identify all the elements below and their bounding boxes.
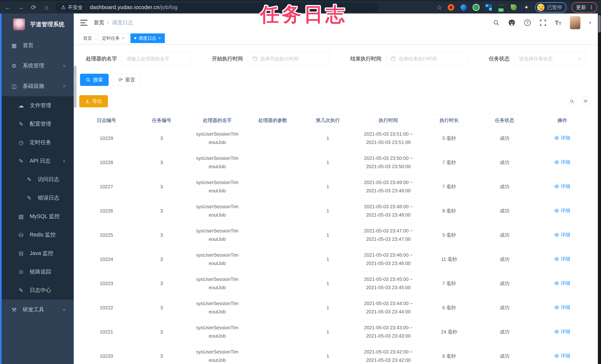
update-label: 更新 [576,4,586,11]
cell-execute-time: 2021-05-03 23:44:00 ~2021-05-03 23:44:00 [355,299,421,316]
sidebar-item-home[interactable]: ▦ 首页 [2,35,74,56]
page-scrollbar[interactable] [598,13,601,364]
browser-update-button[interactable]: 更新 ⋮ [571,2,597,13]
end-time-placeholder: 选择结束执行时间 [399,56,437,62]
sidebar-item-infrastructure[interactable]: ◫ 基础设施 ∧ [2,76,74,96]
sidebar-item-error-log[interactable]: ✎ 错误日志 [2,189,74,207]
filter-actions: 搜索 ⟳ 重置 [79,74,592,86]
bookmark-star-icon[interactable]: ☆ [437,4,442,11]
sidebar-item-system-mgmt[interactable]: ⚙ 系统管理 ∨ [2,56,74,76]
extension-switch-on-icon[interactable]: on [497,3,505,11]
sidebar-item-scheduled-jobs[interactable]: ◷ 定时任务 [2,133,74,152]
sidebar-item-log-center[interactable]: ✎ 日志中心 [2,281,74,300]
user-avatar[interactable] [570,16,581,29]
browser-home-icon[interactable]: ⌂ [42,4,51,11]
cell-actions: 详细 [532,159,592,166]
hamburger-icon[interactable] [80,20,87,26]
chevron-down-icon: ∨ [63,64,66,68]
sidebar-item-redis-monitor[interactable]: ⛁ Redis 监控 [2,226,74,244]
sidebar-item-trace[interactable]: ⊙ 链路追踪 [2,263,74,281]
breadcrumb-separator: / [107,20,109,26]
cell-job-id: 3 [134,184,190,190]
extension-adblock-icon[interactable] [447,3,455,11]
cell-duration: 6 毫秒 [421,304,477,311]
cell-execute-index: 1 [300,305,355,311]
cell-execute-time: 2021-05-03 23:49:00 ~2021-05-03 23:49:00 [355,178,421,195]
fullscreen-icon[interactable] [540,19,547,26]
detail-link[interactable]: 详细 [554,353,570,359]
handler-name-label: 处理器的名字 [86,55,117,62]
begin-time-picker[interactable]: 选择开始执行时间 [248,52,329,66]
cell-actions: 详细 [532,183,592,190]
search-icon[interactable] [493,20,500,26]
tab-scheduled-jobs[interactable]: 定时任务 × [98,33,128,43]
browser-menu-kebab-icon[interactable]: ⋮ [589,4,594,10]
scrollbar-thumb[interactable] [598,15,601,32]
search-button[interactable]: 搜索 [80,74,109,86]
cell-execute-time: 2021-05-03 23:43:00 ~2021-05-03 23:43:00 [355,324,421,340]
table-row: 10220 3 sysUserSessionTimeoutJob 1 2021-… [79,344,592,364]
cell-duration: 24 毫秒 [421,329,477,335]
sidebar-item-file-mgmt[interactable]: ☁ 文件管理 [2,96,74,115]
help-icon[interactable]: ? [524,19,531,26]
handler-name-input[interactable] [126,56,186,62]
eye-icon: ⊙ [18,269,24,275]
detail-link[interactable]: 详细 [554,183,570,190]
sidebar-item-api-log[interactable]: ✎ API 日志 ∧ [2,152,74,170]
detail-link[interactable]: 详细 [554,232,570,238]
tab-job-log[interactable]: 调度日志 × [130,33,165,43]
cloud-upload-icon: ☁ [18,102,24,109]
sidebar-item-dev-tools[interactable]: ⚒ 研发工具 ∨ [2,300,74,320]
toggle-search-button[interactable] [568,97,576,106]
end-time-picker[interactable]: 选择结束执行时间 [386,52,467,66]
sidebar-logo[interactable]: 芋道管理系统 [2,13,74,35]
close-icon[interactable]: × [122,36,124,41]
sidebar-item-access-log[interactable]: ✎ 访问日志 [2,170,74,189]
sidebar-scrollbar-thumb[interactable] [74,66,77,108]
export-button[interactable]: 导出 [79,95,108,107]
font-size-icon[interactable]: TT [555,19,561,26]
filter-begin-time: 开始执行时间 选择开始执行时间 [212,52,329,66]
extension-leaf-icon[interactable] [510,3,518,11]
github-icon[interactable] [508,19,515,26]
caret-down-icon[interactable]: ▾ [589,20,591,25]
cell-duration: 7 毫秒 [421,159,477,166]
browser-reload-icon[interactable]: ⟳ [30,4,38,11]
detail-link[interactable]: 详细 [554,135,570,141]
browser-back-icon[interactable]: ← [4,4,12,11]
cell-execute-time: 2021-05-03 23:47:00 ~2021-05-03 23:47:00 [355,227,421,243]
sidebar-item-mysql-monitor[interactable]: ▨ MySQL 监控 [2,207,74,226]
extensions-pin-icon[interactable]: ✦ [522,3,530,11]
chevron-up-icon: ∧ [63,159,66,163]
close-icon[interactable]: × [159,36,161,41]
detail-link[interactable]: 详细 [554,159,570,165]
dashboard-icon: ▦ [11,42,17,49]
security-warning[interactable]: ⚠ 不安全 [61,4,83,11]
calendar-icon [252,56,258,62]
breadcrumb-home[interactable]: 首页 [94,19,104,26]
reset-button[interactable]: ⟳ 重置 [113,74,141,86]
edit-icon: ✎ [18,121,24,127]
detail-link[interactable]: 详细 [554,256,570,262]
detail-link[interactable]: 详细 [554,280,570,286]
chevron-down-icon: ∨ [578,57,581,61]
detail-link[interactable]: 详细 [554,304,570,311]
status-select[interactable]: 请选择任务状态 ∨ [514,52,586,66]
cell-execute-time: 2021-05-03 23:42:00 ~2021-05-03 23:42:00 [355,348,421,364]
extension-green-circle-icon[interactable] [472,3,480,11]
cell-job-id: 3 [134,256,190,262]
extension-grid-icon[interactable] [485,3,492,11]
sidebar-item-java-monitor[interactable]: ⊟ Java 监控 [2,244,74,263]
browser-forward-icon[interactable]: → [17,4,25,11]
refresh-table-button[interactable]: ⟳ [581,97,590,106]
cell-handler-name: sysUserSessionTimeoutJob [190,202,245,219]
app-title: 芋道管理系统 [30,20,64,28]
detail-link[interactable]: 详细 [554,207,570,214]
extension-pin-blue-icon[interactable] [460,3,467,11]
sidebar-item-config-mgmt[interactable]: ✎ 配置管理 [2,115,74,133]
table-toolbar: 导出 ⟳ [79,95,592,107]
detail-link[interactable]: 详细 [554,328,570,335]
browser-profile-chip[interactable]: 已暂停 [535,2,567,13]
tab-home[interactable]: 首页 [79,33,96,43]
cell-job-id: 3 [134,281,190,286]
